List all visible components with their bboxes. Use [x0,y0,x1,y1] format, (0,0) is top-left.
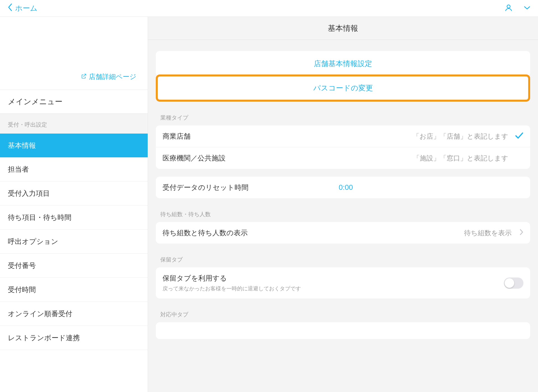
toggle-knob [505,278,514,288]
passcode-change-highlight: パスコードの変更 [156,74,530,102]
chevron-down-icon[interactable] [524,6,530,11]
hold-tab-toggle[interactable] [504,277,523,289]
row-subtext: 戻って来なかったお客様を一時的に退避しておくタブです [163,285,301,292]
sidebar-item-reception-number[interactable]: 受付番号 [0,254,148,278]
serving-tab-card [156,322,530,339]
main-content: 基本情報 店舗基本情報設定 パスコードの変更 業種タイプ 商業店舗 「お店」「店… [148,17,538,392]
user-icon[interactable] [504,4,513,13]
back-label: ホーム [15,3,38,13]
chevron-left-icon [8,3,12,13]
sidebar-item-call-options[interactable]: 呼出オプション [0,230,148,254]
store-basic-settings-link[interactable]: 店舗基本情報設定 [156,51,530,76]
reset-time-card: 受付データのリセット時間 0:00 [156,177,530,198]
wait-display-value: 待ち組数を表示 [464,228,517,237]
store-detail-link[interactable]: 店舗詳細ページ [81,72,136,81]
back-button[interactable]: ホーム [8,3,38,13]
serving-section-label: 対応中タブ [156,298,530,322]
chevron-right-icon [520,229,523,237]
hold-section-label: 保留タブ [156,244,530,267]
sidebar: 店舗詳細ページ メインメニュー 受付・呼出設定 基本情報 担当者 受付入力項目 … [0,17,148,392]
business-type-medical[interactable]: 医療機関／公共施設 「施設」「窓口」と表記します [156,147,530,169]
reset-time-row[interactable]: 受付データのリセット時間 0:00 [156,177,530,198]
sidebar-item-restaurant-board[interactable]: レストランボード連携 [0,326,148,350]
hold-tab-row[interactable]: 保留タブを利用する 戻って来なかったお客様を一時的に退避しておくタブです [156,267,530,298]
row-label: 商業店舗 [163,132,191,141]
svg-point-0 [507,5,510,8]
reset-time-value: 0:00 [339,183,353,192]
row-desc: 「施設」「窓口」と表記します [413,154,515,163]
sidebar-item-staff[interactable]: 担当者 [0,157,148,181]
business-type-commercial[interactable]: 商業店舗 「お店」「店舗」と表記します [156,125,530,147]
wait-display-row[interactable]: 待ち組数と待ち人数の表示 待ち組数を表示 [156,222,530,244]
row-desc: 「お店」「店舗」と表記します [413,132,515,141]
sidebar-item-wait-items[interactable]: 待ち項目・待ち時間 [0,206,148,230]
business-type-card: 商業店舗 「お店」「店舗」と表記します 医療機関／公共施設 「施設」「窓口」と表… [156,125,530,169]
sidebar-item-input-fields[interactable]: 受付入力項目 [0,181,148,206]
wait-section-label: 待ち組数・待ち人数 [156,198,530,222]
sidebar-main-menu[interactable]: メインメニュー [0,90,148,114]
sidebar-group-label: 受付・呼出設定 [0,114,148,134]
sidebar-item-basic-info[interactable]: 基本情報 [0,134,148,157]
topbar-right [504,4,530,13]
wait-display-card: 待ち組数と待ち人数の表示 待ち組数を表示 [156,222,530,244]
page-title: 基本情報 [148,17,538,40]
link-card: 店舗基本情報設定 [156,51,530,76]
row-label: 医療機関／公共施設 [163,153,226,163]
store-detail-link-label: 店舗詳細ページ [89,72,136,81]
checkmark-icon [515,132,523,141]
top-bar: ホーム [0,0,538,17]
sidebar-header-area: 店舗詳細ページ [0,17,148,90]
row-label: 待ち組数と待ち人数の表示 [163,228,248,237]
sidebar-item-online-queue[interactable]: オンライン順番受付 [0,302,148,326]
business-type-label: 業種タイプ [156,102,530,125]
row-label: 受付データのリセット時間 [163,183,249,192]
hold-tab-card: 保留タブを利用する 戻って来なかったお客様を一時的に退避しておくタブです [156,267,530,298]
sidebar-item-reception-time[interactable]: 受付時間 [0,278,148,302]
external-link-icon [81,73,87,81]
passcode-change-link[interactable]: パスコードの変更 [158,76,528,100]
row-label: 保留タブを利用する [163,274,301,283]
